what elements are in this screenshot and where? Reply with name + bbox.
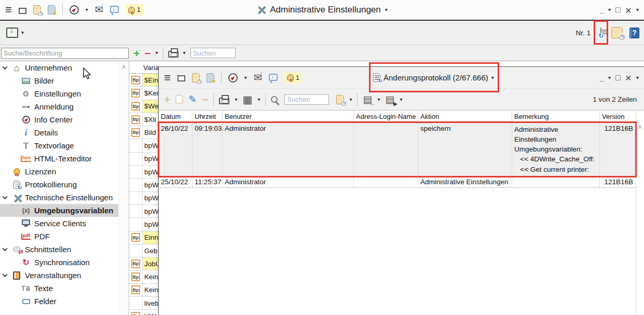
- table-scrollbar[interactable]: ∧: [636, 111, 644, 315]
- search-input[interactable]: [190, 48, 236, 58]
- table-row[interactable]: 26/10/22 09:19:03 Administrator speicher…: [159, 123, 636, 176]
- print-icon[interactable]: [168, 51, 179, 58]
- export-dropdown[interactable]: ▾: [377, 97, 380, 102]
- column-header-bemerkung[interactable]: Bemerkung: [512, 111, 600, 123]
- minimize-button[interactable]: _: [599, 6, 604, 13]
- variable-row[interactable]: BpKein: [129, 270, 158, 283]
- tree-item-info-center[interactable]: Info Center: [0, 113, 118, 126]
- chevron-down-icon[interactable]: [3, 246, 8, 251]
- help-button[interactable]: ?: [629, 28, 639, 38]
- variable-row[interactable]: BpBild: [129, 126, 158, 139]
- tree-item-pdf[interactable]: pdfPDF: [0, 230, 118, 243]
- import-dropdown[interactable]: ▾: [21, 30, 24, 35]
- list-view-icon[interactable]: ▦: [242, 94, 252, 105]
- tree-item-umgebungsvariablen[interactable]: (x)Umgebungsvariablen: [0, 204, 118, 217]
- remove-dropdown[interactable]: ▾: [156, 50, 158, 56]
- variable-row[interactable]: bpW: [129, 192, 158, 205]
- maximize-button[interactable]: □: [615, 74, 621, 82]
- favorite-document-icon[interactable]: ★: [48, 5, 56, 15]
- tree-item-veranstaltungen[interactable]: Veranstaltungen: [0, 269, 118, 282]
- scroll-up-icon[interactable]: ∧: [638, 124, 642, 130]
- list-view-dropdown[interactable]: ▾: [257, 97, 260, 102]
- date-filter-dropdown[interactable]: ▾: [349, 97, 352, 102]
- search-icon[interactable]: [271, 96, 278, 103]
- tree-item-bilder[interactable]: Bilder: [0, 74, 118, 87]
- column-header-aktion[interactable]: Aktion: [418, 111, 512, 123]
- tree-item-lizenzen[interactable]: Lizenzen: [0, 165, 118, 178]
- info-center-icon[interactable]: [70, 5, 79, 15]
- close-button[interactable]: ×: [625, 5, 632, 16]
- remove-button[interactable]: −: [144, 48, 150, 59]
- run-table-icon[interactable]: ▤▶: [385, 94, 394, 105]
- message-icon[interactable]: ↓: [110, 6, 119, 13]
- variable-row[interactable]: bpW: [129, 139, 158, 152]
- variable-row[interactable]: Bp$Xli: [129, 113, 158, 126]
- chevron-down-icon[interactable]: [3, 272, 8, 277]
- tree-item-schnittstellen[interactable]: ⇄Schnittstellen: [0, 243, 118, 256]
- tree-item-anmeldung[interactable]: ⊶Anmeldung: [0, 100, 118, 113]
- info-center-dropdown[interactable]: ▾: [86, 7, 88, 12]
- change-log-button[interactable]: ↻: [597, 25, 605, 40]
- variable-row[interactable]: Bp$Ein: [129, 74, 158, 87]
- tree-item-details[interactable]: iDetails: [0, 126, 118, 139]
- history-document-icon[interactable]: ◷: [611, 27, 623, 38]
- tree-item-texte[interactable]: T≣Texte: [0, 282, 118, 295]
- variable-row[interactable]: bpW: [129, 179, 158, 191]
- recent-document-icon[interactable]: ◷: [192, 73, 200, 83]
- print-icon[interactable]: [219, 98, 229, 104]
- date-filter-icon[interactable]: ◷: [336, 95, 344, 104]
- tree-item-technische-einstellungen[interactable]: Technische Einstellungen: [0, 191, 118, 204]
- column-header-adress-login-name[interactable]: Adress-Login-Name: [354, 111, 418, 123]
- window-title-menu[interactable]: Administrative Einstellungen ▾: [256, 0, 388, 20]
- close-button[interactable]: ×: [625, 72, 632, 83]
- tree-item-protokollierung[interactable]: ↻Protokollierung: [0, 178, 118, 191]
- variable-row[interactable]: Bp$Kei: [129, 87, 158, 100]
- tree-item-unternehmen[interactable]: ⌂Unternehmen: [0, 61, 118, 74]
- variable-row[interactable]: BpEinn: [129, 231, 158, 244]
- chevron-down-icon[interactable]: [3, 64, 8, 70]
- variable-row[interactable]: bpW: [129, 205, 158, 218]
- message-icon[interactable]: ↓: [269, 74, 278, 81]
- filter-input[interactable]: [1, 48, 129, 59]
- close-dropdown[interactable]: ▾: [636, 7, 639, 12]
- tree-item-einstellungen[interactable]: ⚙Einstellungen: [0, 87, 118, 100]
- close-dropdown[interactable]: ▾: [636, 75, 639, 80]
- add-button[interactable]: +: [164, 94, 170, 105]
- variable-row[interactable]: liveb: [129, 297, 158, 310]
- windows-icon[interactable]: [177, 75, 185, 81]
- print-dropdown[interactable]: ▾: [183, 50, 186, 56]
- minimize-button[interactable]: _: [599, 74, 604, 81]
- change-log-title-menu[interactable]: ↻ Änderungsprotokoll (2/67.666) ▾: [373, 67, 494, 88]
- chevron-down-icon[interactable]: [3, 194, 8, 199]
- tree-scrollbar[interactable]: ∧: [118, 61, 129, 315]
- favorite-document-icon[interactable]: ★: [207, 73, 214, 83]
- mail-icon[interactable]: ✉↓: [254, 73, 262, 83]
- edit-icon[interactable]: ✎: [188, 94, 197, 104]
- tree-item-textvorlage[interactable]: TTextvorlage: [0, 139, 118, 152]
- column-header-uhrzeit[interactable]: Uhrzeit: [193, 111, 223, 123]
- variable-row[interactable]: bpW: [129, 218, 158, 231]
- import-icon[interactable]: ↓: [6, 28, 18, 38]
- log-search-input[interactable]: [284, 94, 329, 105]
- run-dropdown[interactable]: ▾: [400, 97, 402, 102]
- tree-item-html-texteditor[interactable]: htmHTML-Texteditor: [0, 152, 118, 165]
- notifications-button[interactable]: 1: [284, 72, 302, 84]
- variable-row[interactable]: bpW: [129, 166, 158, 179]
- tree-item-synchronisation[interactable]: ↻Synchronisation: [0, 256, 118, 269]
- info-center-dropdown[interactable]: ▾: [244, 75, 247, 80]
- menu-icon[interactable]: ≡: [164, 72, 171, 84]
- column-header-version[interactable]: Version: [600, 111, 636, 123]
- table-row[interactable]: 25/10/22 11:25:37 Administrator Administ…: [159, 176, 636, 188]
- add-button[interactable]: +: [133, 48, 140, 59]
- notifications-button[interactable]: 1: [126, 4, 143, 16]
- minimize-dropdown[interactable]: ▾: [608, 75, 611, 80]
- tree-item-felder[interactable]: Felder: [0, 295, 118, 308]
- mail-icon[interactable]: ✉↓: [95, 5, 103, 15]
- windows-icon[interactable]: [19, 8, 26, 14]
- variable-row[interactable]: Bp$We: [129, 100, 158, 113]
- recent-document-icon[interactable]: ◷: [33, 5, 41, 15]
- delete-button[interactable]: −: [202, 94, 208, 105]
- variable-row[interactable]: Geb: [129, 244, 158, 257]
- duplicate-icon[interactable]: [175, 95, 183, 104]
- variable-row[interactable]: BpKein: [129, 284, 158, 297]
